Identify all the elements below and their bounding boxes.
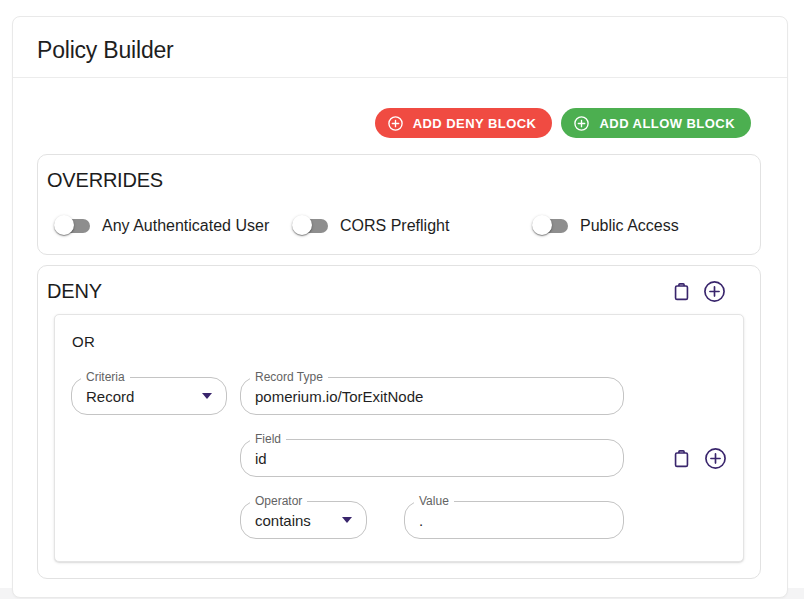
trash-icon xyxy=(670,447,693,470)
overrides-title: OVERRIDES xyxy=(47,167,744,193)
trash-icon xyxy=(670,280,693,303)
chevron-down-icon xyxy=(342,517,352,523)
toggle-thumb xyxy=(54,215,74,235)
page-background: Policy Builder ADD DENY BLOCK xyxy=(0,0,804,599)
toggle-item-any-authenticated-user: Any Authenticated User xyxy=(54,215,292,236)
page-title: Policy Builder xyxy=(37,37,174,64)
add-deny-block-label: ADD DENY BLOCK xyxy=(413,116,537,131)
overrides-toggles: Any Authenticated User CORS Preflight xyxy=(54,215,744,236)
rule-row-operator-value: Operator contains Value xyxy=(71,501,727,539)
public-access-toggle[interactable] xyxy=(532,215,569,236)
value-field: Value xyxy=(404,501,624,539)
any-authenticated-user-toggle[interactable] xyxy=(54,215,91,236)
add-allow-block-label: ADD ALLOW BLOCK xyxy=(599,116,735,131)
chevron-down-icon xyxy=(202,393,212,399)
field-name-input[interactable] xyxy=(255,450,609,467)
add-allow-block-button[interactable]: ADD ALLOW BLOCK xyxy=(561,108,751,138)
add-rule-button[interactable] xyxy=(703,446,728,471)
field-label: Value xyxy=(414,494,454,508)
card-content: ADD DENY BLOCK ADD ALLOW BLOCK OVERRIDES xyxy=(13,108,787,597)
cors-preflight-toggle[interactable] xyxy=(292,215,329,236)
deny-block-card: DENY xyxy=(37,265,761,579)
field-name-field: Field xyxy=(240,439,624,477)
rule-row-actions xyxy=(670,439,728,477)
deny-block-header: DENY xyxy=(47,278,744,304)
group-operator-label: OR xyxy=(72,333,727,351)
operator-select[interactable]: Operator contains xyxy=(240,501,367,539)
deny-block-title: DENY xyxy=(47,278,102,304)
toggle-label: Public Access xyxy=(580,217,679,235)
deny-block-actions xyxy=(670,279,727,304)
delete-block-button[interactable] xyxy=(670,280,693,303)
field-label: Criteria xyxy=(81,370,130,384)
criteria-selected-value: Record xyxy=(86,388,192,405)
card-header: Policy Builder xyxy=(13,17,787,78)
add-row-group-button[interactable] xyxy=(702,279,727,304)
record-type-field: Record Type xyxy=(240,377,624,415)
toggle-thumb xyxy=(292,215,312,235)
toggle-label: CORS Preflight xyxy=(340,217,449,235)
plus-circle-icon xyxy=(702,279,727,304)
operator-selected-value: contains xyxy=(255,512,332,529)
toggle-label: Any Authenticated User xyxy=(102,217,269,235)
policy-builder-card: Policy Builder ADD DENY BLOCK xyxy=(12,16,788,598)
criteria-select[interactable]: Criteria Record xyxy=(71,377,227,415)
rule-group-panel: OR Criteria Record Record Type xyxy=(54,314,744,562)
rule-row-criteria: Criteria Record Record Type xyxy=(71,377,727,415)
toggle-item-public-access: Public Access xyxy=(532,215,744,236)
toggle-thumb xyxy=(532,215,552,235)
add-deny-block-button[interactable]: ADD DENY BLOCK xyxy=(375,108,553,138)
field-label: Record Type xyxy=(250,370,328,384)
plus-circle-icon xyxy=(703,446,728,471)
toggle-item-cors-preflight: CORS Preflight xyxy=(292,215,532,236)
record-type-input[interactable] xyxy=(255,388,609,405)
field-label: Operator xyxy=(250,494,307,508)
field-label: Field xyxy=(250,432,286,446)
overrides-card: OVERRIDES Any Authenticated User xyxy=(37,154,761,255)
rule-row-field: Field xyxy=(71,439,727,477)
delete-rule-button[interactable] xyxy=(670,447,693,470)
value-input[interactable] xyxy=(419,512,609,529)
plus-circle-icon xyxy=(387,115,404,132)
block-actions: ADD DENY BLOCK ADD ALLOW BLOCK xyxy=(37,108,751,138)
plus-circle-icon xyxy=(573,115,590,132)
